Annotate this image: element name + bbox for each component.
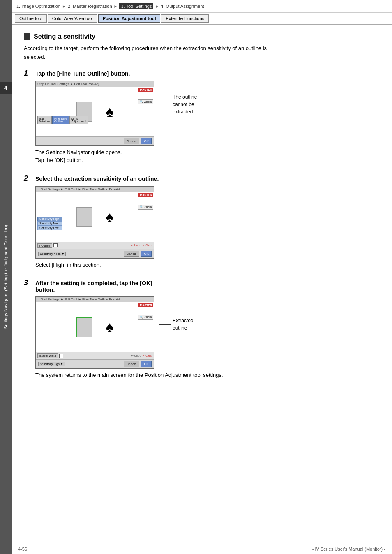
section-heading: Setting a sensitivity [24,33,380,40]
breadcrumb-arrow-3: ► [155,4,159,9]
step-1-number: 1 [24,69,32,78]
undo-btn-3[interactable]: ↩ Undo [131,354,141,358]
master-badge-3: MASTER [138,303,153,307]
sensitivity-dropdown[interactable]: Sensitivity:Norm ▼ [38,252,66,256]
checkbox-3[interactable] [59,354,63,358]
step-1-line-2: Tap the [OK] button. [35,156,380,164]
step-2-line-1: Select [High] in this section. [35,261,380,269]
step-2-footer: Sensitivity:Norm ▼ Cancel OK [36,249,154,258]
main-content: 1. Image Optimization ► 2. Master Regist… [12,0,392,402]
step-2-body: MASTER 🔍 Zoom ♠ Sensitivity:High Sensiti… [36,192,154,242]
step-3-footer: Sensitivity:High ▼ Cancel OK [36,359,154,368]
step-1-annotation: The outlinecannot beextracted [159,93,212,115]
annotation-text-1: The outlinecannot beextracted [173,93,197,115]
step-1-text: The Settings Navigator guide opens. Tap … [35,148,380,164]
clear-btn-2[interactable]: ✕ Clear [142,244,152,247]
step-3-title: After the setting is completed, tap the … [35,280,152,293]
spade-2: ♠ [106,210,113,224]
bottom-bar: 4-56 - IV Series User's Manual (Monitor)… [12,544,392,554]
cancel-btn-1[interactable]: Cancel [124,138,140,144]
step-1-footer: Cancel OK [36,136,154,145]
zoom-btn-2: 🔍 Zoom [138,205,153,210]
ok-btn-3[interactable]: OK [141,361,152,367]
step-3-annotation: Extractedoutline [159,317,212,332]
tab-color-area-tool[interactable]: Color Area/Area tool [48,14,97,23]
outline-preview-3 [76,317,92,337]
tab-extended-functions[interactable]: Extended functions [161,14,209,23]
limit-adj-btn[interactable]: LimitAdjustment [69,116,88,124]
fine-tune-btn[interactable]: Fine TuneOutline [52,116,69,124]
step-2-nav: …Tool Settings ► Edit Tool ► Fine Tune O… [36,187,154,192]
cancel-btn-2[interactable]: Cancel [124,251,140,257]
step-2-number: 2 [24,174,32,183]
breadcrumb-arrow-1: ► [62,4,66,9]
annotation-text-3: Extractedoutline [173,317,194,332]
spade-3: ♠ [106,320,113,335]
intro-paragraph: According to the target, perform the fol… [24,44,270,62]
step-3-heading: 3 After the setting is completed, tap th… [24,279,380,293]
breadcrumb: 1. Image Optimization ► 2. Master Regist… [12,0,392,13]
sensitivity-panel: Sensitivity:High Sensitivity:Norm Sensit… [37,217,62,230]
ok-btn-1[interactable]: OK [141,138,152,144]
checkbox-2[interactable] [53,243,58,247]
step-3-text: The system returns to the main screen fo… [35,371,380,379]
step-1: 1 Tap the [Fine Tune Outline] button. St… [24,69,380,164]
sensitivity-norm[interactable]: Sensitivity:Norm [37,221,62,226]
undo-btn-2[interactable]: ↩ Undo [131,244,141,247]
step-1-line-1: The Settings Navigator guide opens. [35,148,380,157]
zoom-btn-1: 🔍 Zoom [138,99,153,104]
step-3-nav: …Tool Settings ► Edit Tool ► Fine Tune O… [36,297,154,302]
step-2-screenshot: …Tool Settings ► Edit Tool ► Fine Tune O… [35,186,154,259]
master-badge-2: MASTER [138,193,153,197]
ok-btn-2[interactable]: OK [141,251,152,257]
section-icon [24,33,30,40]
step-1-screenshot: Step On Tool Settings ► Edit Tool Pos-Ad… [35,81,154,146]
eraser-btn[interactable]: Eraser Width [37,353,58,358]
clear-btn-3[interactable]: ✕ Clear [142,354,152,358]
step-2-title: Select the extraction sensitivity of an … [35,175,159,182]
master-badge-1: MASTER [138,88,153,92]
outline-tool-btn[interactable]: r Outline [37,243,52,248]
section-title: Setting a sensitivity [34,33,95,40]
step-3-line-1: The system returns to the main screen fo… [35,371,380,379]
breadcrumb-item-1: 1. Image Optimization [16,4,60,9]
breadcrumb-item-4: 4. Output Assignment [161,4,204,9]
outline-preview-2 [76,207,92,227]
breadcrumb-item-3: 3. Tool Settings [119,3,153,9]
tab-bar: Outline tool Color Area/Area tool Positi… [12,13,392,25]
step-2-text: Select [High] in this section. [35,261,380,269]
step-1-nav: Step On Tool Settings ► Edit Tool Pos-Ad… [36,81,154,87]
breadcrumb-item-2: 2. Master Registration [68,4,112,9]
zoom-btn-3: 🔍 Zoom [138,315,153,320]
sensitivity-dropdown-3[interactable]: Sensitivity:High ▼ [38,362,65,366]
sensitivity-low[interactable]: Sensitivity:Low [37,226,62,230]
edit-window-btn[interactable]: EditWindow [37,116,52,124]
step-3-body: MASTER 🔍 Zoom ♠ [36,302,154,352]
step-1-body: MASTER 🔍 Zoom ♠ EditWindow Fine TuneOutl… [36,87,154,136]
step-3-screenshot: …Tool Settings ► Edit Tool ► Fine Tune O… [35,296,154,369]
step-1-heading: 1 Tap the [Fine Tune Outline] button. [24,69,380,78]
step-1-title: Tap the [Fine Tune Outline] button. [35,70,130,77]
spade-1: ♠ [106,104,113,119]
breadcrumb-arrow-2: ► [114,4,118,9]
page-right: - IV Series User's Manual (Monitor) - [312,547,385,552]
tab-outline-tool[interactable]: Outline tool [15,14,47,23]
step-2-heading: 2 Select the extraction sensitivity of a… [24,174,380,183]
page-left: 4-56 [18,547,27,552]
step-3: 3 After the setting is completed, tap th… [24,279,380,379]
content-body: Setting a sensitivity According to the t… [12,25,392,402]
step-3-tools: Eraser Width ↩ Undo ✕ Clear [36,352,154,359]
sensitivity-high[interactable]: Sensitivity:High [37,217,62,221]
sidebar-label: Settings Navigator (Setting the Judgment… [3,225,9,329]
step-2-tools: r Outline ↩ Undo ✕ Clear [36,242,154,249]
page-badge: 4 [0,82,12,94]
tab-position-adjustment[interactable]: Position Adjustment tool [98,14,161,23]
cancel-btn-3[interactable]: Cancel [124,361,140,367]
step-2: 2 Select the extraction sensitivity of a… [24,174,380,269]
step-3-number: 3 [24,279,32,287]
